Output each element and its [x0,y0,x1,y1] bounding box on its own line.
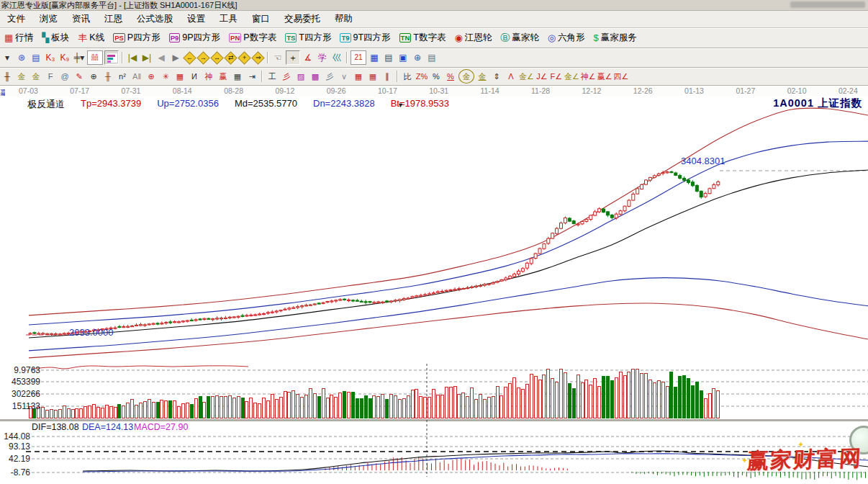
marker-pen-icon[interactable]: ✎ [73,70,86,83]
menu-item-formula-pick[interactable]: 公式选股 [130,12,180,27]
kline-9-icon[interactable]: K₉ [58,51,71,64]
date-tick: 07-31 [122,86,141,95]
gold2-angle-icon[interactable]: 金∠ [564,70,579,83]
shen-angle-icon[interactable]: 神∠ [581,70,596,83]
gann-grid-icon[interactable]: ╫ [1,70,14,83]
red-grid-icon[interactable]: ▦ [352,70,365,83]
red-target-icon[interactable]: ⊕ [145,70,158,83]
diamond-left-icon[interactable]: ← [183,51,196,64]
fan-lines-icon[interactable]: 彡 [323,70,336,83]
angle-tool-icon[interactable]: ∡ [302,51,315,64]
purple-tool-icon[interactable]: 学 [316,51,329,64]
f-grid-icon[interactable]: F [44,70,57,83]
last-bar-icon[interactable]: ▶| [140,51,153,64]
purple-fan-icon[interactable]: ▨ [294,70,307,83]
toolbar-button-sectors[interactable]: ▚板块 [37,31,73,45]
crosshair-tool-icon[interactable]: ＋ [286,50,300,65]
notepad-icon[interactable]: ▤ [382,51,395,64]
ying-icon[interactable]: 赢 [217,70,230,83]
diamond-expand-icon[interactable]: ↔ [210,51,223,64]
grid-123-icon[interactable]: ▦ [231,70,244,83]
hand-tool-icon[interactable]: ☜ [271,51,284,64]
diamond-cross-icon[interactable]: + [238,51,250,64]
diamond-swap-icon[interactable]: ⇄ [224,51,237,64]
first-bar-icon[interactable]: |◀ [126,51,139,64]
gold-angle-icon[interactable]: 金∠ [519,70,534,83]
parallel-lines-icon[interactable]: ∥ [381,70,394,83]
percent-line-icon[interactable]: % [444,70,457,83]
calculator-icon[interactable]: ▦ [368,51,381,64]
toolbar-button-hexagon[interactable]: ◎六角形 [543,31,589,45]
menu-item-settings[interactable]: 设置 [180,12,212,27]
spiral-icon[interactable]: @ [58,70,71,83]
menu-item-trade[interactable]: 交易委托 [277,12,327,27]
color-chart-icon[interactable] [104,50,119,65]
print-icon[interactable]: ▤ [425,51,438,64]
small-grid-icon[interactable]: ╫ [101,70,114,83]
menu-item-news[interactable]: 资讯 [65,12,97,27]
wave-mark-icon[interactable]: И [188,70,201,83]
compass-icon[interactable]: ⊕ [87,70,100,83]
red-grid2-icon[interactable]: ▦ [366,70,379,83]
wave-a-icon[interactable]: Λ [505,70,517,83]
web-icon[interactable]: ⊛ [15,51,28,64]
toolbar-button-9t-square[interactable]: T99T四方形 [335,31,394,45]
j-angle-icon[interactable]: J∠ [535,70,548,83]
gold-circle-icon[interactable]: 金 [458,69,474,84]
toolbar-button-quotes[interactable]: ▦行情 [0,31,37,45]
save-icon[interactable]: ▣ [397,51,410,64]
export-globe-icon[interactable]: ⊕ [411,51,424,64]
calendar-icon[interactable]: 21 [351,50,366,65]
toolbar-button-t-number-table[interactable]: TNT数字表 [395,31,451,45]
prev-bar-icon[interactable]: ◀ [155,51,168,64]
span-measure-icon[interactable]: ⇥ [245,70,258,83]
gold-grid2-icon[interactable]: 金 [30,70,42,83]
toolbar-button-winner-wheel[interactable]: Ⓑ赢家轮 [496,31,543,45]
purple-net-icon[interactable]: ▩ [309,70,322,83]
gann-box-icon[interactable]: 工 [266,70,279,83]
chart-area[interactable]: 极反通道 Tp=2943.3739Up=2752.0356Md=2535.577… [0,96,868,484]
gold-grid-icon[interactable]: 金 [15,70,28,83]
menu-item-browse[interactable]: 浏览 [32,12,65,27]
percent-icon[interactable]: % [430,70,443,83]
f-angle-icon[interactable]: F∠ [550,70,563,83]
menu-item-tools[interactable]: 工具 [212,12,245,27]
updown-icon[interactable]: ⇕ [490,70,503,83]
percent-z-icon[interactable]: Z% [415,70,428,83]
diamond-right-icon[interactable]: → [196,51,209,64]
n-square-icon[interactable]: n² [116,70,129,83]
zigzag-icon[interactable]: ∨ [338,70,351,83]
shen-icon[interactable]: 神 [202,70,215,83]
toolbar-button-winner-service[interactable]: $赢家服务 [589,31,641,45]
red-fan-icon[interactable]: 彡 [280,70,293,83]
red-star-icon[interactable]: ✳ [159,70,172,83]
candle-style-icon[interactable]: ╪▾ [73,51,86,64]
toolbar-button-9p-square[interactable]: P99P四方形 [165,31,225,45]
chevron-down-icon[interactable]: ▼ [397,102,404,109]
toolbar-button-gann-wheel[interactable]: ◉江恩轮 [450,31,496,45]
menu-item-file[interactable]: 文件 [0,12,32,27]
ying-angle-icon[interactable]: 赢∠ [597,70,612,83]
toolbar-separator [346,52,348,63]
gann-figure-icon[interactable]: 囍 [87,50,103,65]
menu-item-gann[interactable]: 江恩 [97,12,130,27]
menu-item-window[interactable]: 窗口 [245,12,277,27]
si-angle-icon[interactable]: 四∠ [614,70,629,83]
document-icon[interactable]: ▤ [30,51,42,64]
gold-lines-icon[interactable]: 金 [476,70,489,83]
next-bar-icon[interactable]: ▶ [169,51,182,64]
winner-wheel-icon: Ⓑ [500,32,510,43]
mirror-icon[interactable]: A‖ [130,70,143,83]
teal-tool-icon[interactable]: 巛 [330,51,343,64]
menu-item-help[interactable]: 帮助 [327,12,360,27]
toolbar-button-t-square[interactable]: TST四方形 [281,31,335,45]
chart-type-dropdown-icon[interactable]: ▾ [1,51,14,64]
red-net-icon[interactable]: ▦ [173,70,186,83]
toolbar-button-kline[interactable]: 丰K线 [73,31,109,45]
toolbar-button-p-square[interactable]: PSP四方形 [109,31,165,45]
kline-3-icon[interactable]: K₃ [44,51,57,64]
diamond-jump-icon[interactable]: ⇒ [251,51,264,64]
toolbar-separator [261,71,263,82]
scale-icon[interactable]: 比 [401,70,414,83]
toolbar-button-p-number-table[interactable]: PNP数字表 [225,31,281,45]
